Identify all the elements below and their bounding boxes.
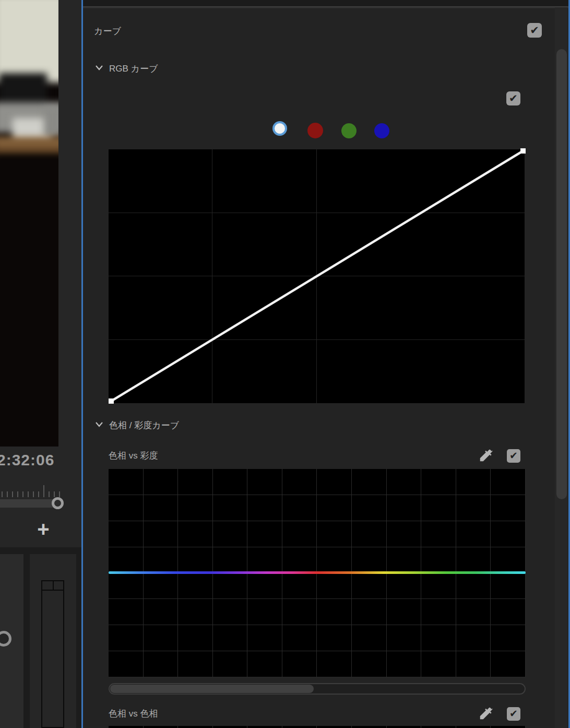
- video-preview-thumbnail: [0, 0, 58, 447]
- section-divider-shadow: [83, 7, 568, 8]
- curves-enable-checkbox[interactable]: ✔: [527, 23, 542, 38]
- eyedropper-icon[interactable]: [478, 704, 494, 722]
- panel-top-strip: [83, 0, 568, 6]
- check-icon: ✔: [509, 708, 518, 719]
- rgb-curves-enable-checkbox[interactable]: ✔: [506, 91, 520, 105]
- section-title-curves: カーブ: [94, 25, 121, 37]
- preview-side-object: [44, 107, 58, 137]
- vertical-scrollbar-thumb[interactable]: [556, 49, 567, 499]
- eyedropper-icon[interactable]: [478, 447, 494, 464]
- program-monitor-strip: 2:32:06 +: [0, 0, 81, 728]
- hue-vs-sat-enable-checkbox[interactable]: ✔: [507, 449, 520, 463]
- hue-vs-hue-enable-checkbox[interactable]: ✔: [507, 707, 520, 721]
- horizontal-scrollbar-thumb[interactable]: [110, 685, 314, 693]
- tick-mark: [17, 491, 18, 497]
- zoom-slider-knob[interactable]: [52, 497, 64, 509]
- rgb-curves-header[interactable]: RGB カーブ: [109, 63, 158, 75]
- tick-mark: [54, 491, 55, 497]
- hue-vs-hue-label: 色相 vs 色相: [109, 708, 158, 720]
- rgb-curve-line: [109, 149, 525, 404]
- tick-mark: [49, 491, 50, 497]
- channel-blue-button[interactable]: [374, 123, 389, 138]
- channel-white-button[interactable]: [272, 121, 287, 136]
- channel-red-button[interactable]: [307, 123, 323, 138]
- audio-meter-area: [0, 547, 81, 728]
- curve-handle-end: [520, 148, 526, 154]
- tick-mark: [2, 491, 3, 497]
- playhead-timecode[interactable]: 2:32:06: [0, 451, 54, 469]
- premiere-workspace: 2:32:06 +: [0, 0, 570, 728]
- hue-sat-curves-header[interactable]: 色相 / 彩度カーブ: [109, 419, 179, 431]
- tick-mark: [33, 491, 34, 497]
- hue-vs-hue-curve-editor-top[interactable]: [109, 726, 526, 728]
- chevron-down-icon[interactable]: [95, 421, 103, 428]
- curve-handle-start: [109, 398, 114, 404]
- add-button[interactable]: +: [32, 519, 54, 541]
- tick-mark: [28, 491, 29, 497]
- audio-meter-header: [42, 581, 63, 591]
- rgb-curve-editor[interactable]: [109, 149, 525, 404]
- tick-mark: [22, 491, 23, 497]
- tick-mark-major: [43, 485, 44, 497]
- hue-vs-sat-label: 色相 vs 彩度: [109, 450, 158, 462]
- check-icon: ✔: [509, 450, 518, 461]
- check-icon: ✔: [509, 92, 518, 104]
- audio-level-meter: [41, 580, 64, 728]
- tick-mark: [12, 491, 13, 497]
- tick-mark: [7, 491, 8, 497]
- chevron-down-icon[interactable]: [95, 65, 103, 71]
- tick-mark: [38, 491, 39, 497]
- hue-spectrum-line[interactable]: [109, 571, 526, 574]
- channel-green-button[interactable]: [341, 123, 357, 138]
- tick-mark: [59, 491, 60, 497]
- preview-wall-region: [0, 0, 58, 83]
- preview-dark-region: [0, 155, 58, 447]
- hue-vs-sat-curve-editor[interactable]: [109, 469, 526, 677]
- check-icon: ✔: [530, 24, 539, 36]
- horizontal-scrollbar[interactable]: [109, 683, 526, 695]
